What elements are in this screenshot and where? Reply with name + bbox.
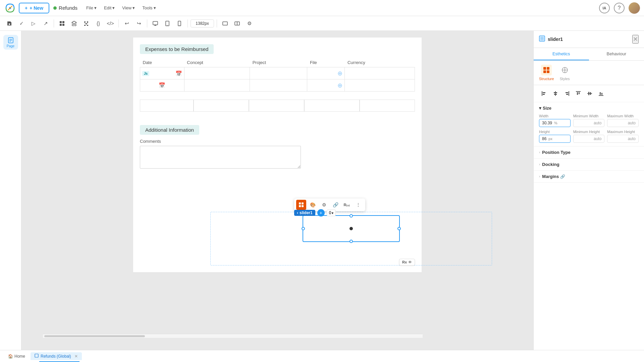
rx-badge[interactable]: Rx 👁 — [399, 259, 415, 265]
layers-button[interactable] — [69, 18, 79, 29]
view-menu[interactable]: View ▾ — [119, 4, 138, 12]
palette-float-btn[interactable]: 🎨 — [308, 200, 318, 210]
width-input[interactable]: 30.39 % — [539, 119, 571, 127]
min-width-input[interactable]: auto — [573, 119, 605, 127]
code-button[interactable]: {} — [93, 18, 104, 29]
currency-cell-2[interactable] — [345, 79, 415, 92]
svg-rect-19 — [299, 205, 301, 207]
docking-section[interactable]: › Docking — [534, 159, 644, 171]
tree-button[interactable] — [81, 18, 92, 29]
scrollbar-thumb[interactable] — [44, 335, 145, 337]
edit-menu[interactable]: Edit ▾ — [101, 4, 118, 12]
close-tab-button[interactable]: ✕ — [74, 354, 78, 359]
responsive-button[interactable] — [220, 18, 230, 29]
svg-rect-34 — [566, 92, 568, 93]
gear-float-btn[interactable]: ⚙ — [319, 200, 329, 210]
tab-page-icon — [35, 354, 39, 359]
slider-component[interactable] — [303, 215, 400, 242]
tab-behaviour[interactable]: Behaviour — [589, 48, 644, 60]
align-left-button[interactable] — [539, 88, 549, 99]
redo-button[interactable]: ↪ — [133, 18, 144, 29]
export-button[interactable]: ↗ — [40, 18, 51, 29]
ia-badge[interactable]: IA — [599, 3, 610, 13]
tablet-button[interactable] — [162, 18, 173, 29]
undo-button[interactable]: ↩ — [121, 18, 132, 29]
slider-add-button[interactable]: + — [317, 209, 325, 217]
split-button[interactable] — [232, 18, 243, 29]
tab-esthetics[interactable]: Esthetics — [534, 48, 589, 60]
docking-label: Docking — [542, 162, 559, 167]
date-cell[interactable]: Js 📅 — [140, 67, 184, 79]
align-top-button[interactable] — [573, 88, 583, 99]
date-cell-2[interactable]: 📅 — [140, 79, 184, 92]
align-center-h-button[interactable] — [550, 88, 560, 99]
help-button[interactable]: ? — [614, 3, 625, 13]
link-icon: 🔗 — [560, 174, 565, 179]
settings-button[interactable]: ⚙ — [244, 18, 255, 29]
play-button[interactable]: ▷ — [28, 18, 39, 29]
align-bottom-button[interactable] — [596, 88, 606, 99]
width-unit: % — [554, 121, 557, 125]
save-button[interactable] — [4, 18, 15, 29]
refunds-tab[interactable]: Refunds (Global) ✕ — [31, 352, 82, 360]
home-tab[interactable]: 🏠 Home — [4, 353, 29, 360]
link-float-btn[interactable]: 🔗 — [330, 200, 340, 210]
project-cell-2[interactable] — [250, 79, 307, 92]
margins-section[interactable]: › Margins 🔗 — [534, 171, 644, 183]
check-button[interactable]: ✓ — [16, 18, 27, 29]
html-button[interactable]: </> — [105, 18, 116, 29]
svg-rect-42 — [599, 95, 603, 96]
structure-float-btn[interactable] — [296, 200, 306, 210]
align-right-button[interactable] — [562, 88, 572, 99]
height-input[interactable]: 86 px — [539, 135, 571, 143]
panel-close-button[interactable]: ✕ — [632, 35, 639, 44]
min-height-input[interactable]: auto — [573, 135, 605, 143]
sidebar-item-page[interactable]: Page — [3, 35, 18, 50]
avatar[interactable] — [629, 2, 640, 14]
components-button[interactable] — [57, 18, 67, 29]
max-width-input[interactable]: auto — [607, 119, 639, 127]
currency-cell[interactable] — [345, 67, 415, 79]
project-cell[interactable] — [250, 67, 307, 79]
concept-cell[interactable] — [184, 67, 250, 79]
resize-handle-right[interactable] — [397, 227, 401, 230]
position-type-section[interactable]: › Position Type — [534, 146, 644, 159]
px-display: 1382px — [191, 19, 214, 27]
eye-icon: 👁 — [408, 260, 412, 264]
comments-textarea[interactable] — [140, 146, 301, 169]
desktop-button[interactable] — [150, 18, 161, 29]
canvas-area: Expenses to be Reimbursed Date Concept P… — [21, 31, 533, 350]
size-section-header[interactable]: ▾ Size — [539, 106, 639, 111]
plus-icon: + — [25, 5, 28, 11]
svg-point-9 — [179, 25, 179, 25]
col-project: Project — [250, 58, 307, 67]
tools-menu[interactable]: Tools ▾ — [139, 4, 159, 12]
svg-rect-33 — [569, 91, 569, 96]
max-height-input[interactable]: auto — [607, 135, 639, 143]
slider-num-control[interactable]: 0 ▾ — [327, 209, 336, 216]
resize-handle-bottom[interactable] — [350, 240, 353, 243]
subtab-styles[interactable]: Styles — [559, 65, 570, 81]
min-height-field: Minimum Height auto — [573, 130, 605, 143]
resize-handle-top[interactable] — [350, 214, 353, 218]
horizontal-scrollbar[interactable] — [43, 334, 423, 338]
file-menu[interactable]: File ▾ — [83, 4, 100, 12]
menu-bar: File ▾ Edit ▾ View ▾ Tools ▾ — [83, 4, 159, 12]
file-cell[interactable]: ⊕ — [307, 67, 345, 79]
slider-label-pill[interactable]: ‹ slider1 — [294, 210, 315, 216]
subtab-structure[interactable]: Structure — [539, 65, 554, 81]
height-label: Height — [539, 130, 571, 134]
more-float-btn[interactable]: ⋮ — [353, 200, 363, 210]
position-type-label: Position Type — [542, 150, 570, 155]
mobile-button[interactable] — [174, 18, 185, 29]
new-button[interactable]: + + New — [19, 3, 49, 13]
file-cell-2[interactable]: ⊕ — [307, 79, 345, 92]
size-label: ▾ Size — [539, 106, 551, 111]
svg-rect-23 — [547, 67, 549, 70]
height-unit: px — [548, 137, 552, 141]
col-currency: Currency — [345, 58, 415, 67]
align-center-v-button[interactable] — [585, 88, 595, 99]
concept-cell-2[interactable] — [184, 79, 250, 92]
rx-float-btn[interactable]: R₍ₓ₎ — [342, 200, 352, 210]
resize-handle-left[interactable] — [302, 227, 305, 230]
